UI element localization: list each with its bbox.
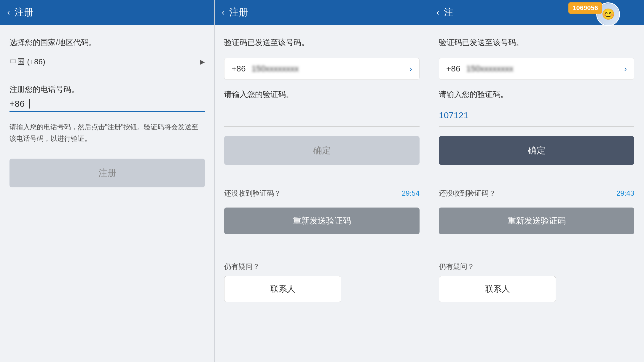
header-title-2: 注册	[229, 6, 248, 19]
panel-1: ‹ 注册 选择您的国家/地区代码。 中国 (+86) ▶ 注册您的电话号码。 +…	[0, 0, 215, 362]
contact-button-2[interactable]: 联系人	[224, 276, 341, 302]
phone-display-row-3[interactable]: +86 150xxxxxxxx ›	[439, 58, 634, 80]
verify-label-2: 请输入您的验证码。	[224, 89, 420, 100]
back-arrow-2[interactable]: ‹	[222, 8, 224, 17]
divider-3	[439, 252, 634, 252]
confirm-button-3[interactable]: 确定	[439, 136, 634, 165]
content-1: 选择您的国家/地区代码。 中国 (+86) ▶ 注册您的电话号码。 +86 请输…	[0, 25, 214, 362]
verify-input-2[interactable]	[224, 104, 420, 127]
divider-2	[224, 252, 420, 252]
display-number-3: 150xxxxxxxx	[466, 64, 624, 74]
header-title-1: 注册	[15, 6, 34, 19]
sent-text-prefix: 验证码已发送至该号码。	[439, 38, 524, 47]
register-button[interactable]: 注册	[9, 159, 205, 187]
phone-section: 注册您的电话号码。 +86	[9, 84, 205, 112]
confirm-button-2[interactable]: 确定	[224, 136, 420, 165]
timer-3: 29:43	[616, 189, 634, 197]
header-2: ‹ 注册	[215, 0, 429, 25]
display-code-3: +86	[446, 64, 460, 74]
sent-text-3: 验证码已发送至该号码。	[439, 37, 634, 48]
panel-2: ‹ 注册 验证码已发送至该号码。 +86 150xxxxxxxx › 请输入您的…	[215, 0, 429, 362]
back-arrow-1[interactable]: ‹	[7, 8, 10, 17]
resend-button-2[interactable]: 重新发送验证码	[224, 208, 420, 234]
timer-2: 29:54	[402, 189, 420, 197]
content-3: 验证码已发送至该号码。 +86 150xxxxxxxx › 请输入您的验证码。 …	[429, 25, 644, 362]
content-2: 验证码已发送至该号码。 +86 150xxxxxxxx › 请输入您的验证码。 …	[215, 25, 429, 362]
resend-question-3: 还没收到验证码？	[439, 189, 496, 198]
resend-row-3: 还没收到验证码？ 29:43	[439, 189, 634, 198]
header-title-3: 注	[444, 6, 453, 19]
panel-3: 1069056 😊 ‹ 注 验证码已发送至该号码。 +86 150xxxxxxx…	[429, 0, 644, 362]
display-code-2: +86	[232, 64, 246, 74]
country-label: 选择您的国家/地区代码。	[9, 37, 205, 48]
sent-text-2: 验证码已发送至该号码。	[224, 37, 420, 48]
verify-label-3: 请输入您的验证码。	[439, 89, 634, 100]
phone-display-row-2[interactable]: +86 150xxxxxxxx ›	[224, 58, 420, 80]
verify-input-3[interactable]	[439, 104, 634, 127]
contact-button-3[interactable]: 联系人	[439, 276, 556, 302]
resend-question-2: 还没收到验证码？	[224, 189, 281, 198]
country-row[interactable]: 中国 (+86) ▶	[9, 52, 205, 72]
contact-label-3: 仍有疑问？	[439, 262, 634, 271]
avatar-emoji: 😊	[602, 8, 615, 20]
cursor	[29, 99, 30, 109]
display-arrow-3: ›	[624, 64, 627, 74]
display-number-2: 150xxxxxxxx	[252, 64, 410, 74]
hint-text: 请输入您的电话号码，然后点击"注册"按钮。验证码将会发送至该电话号码，以进行验证…	[9, 121, 205, 144]
back-arrow-3[interactable]: ‹	[436, 8, 439, 17]
country-name: 中国 (+86)	[9, 57, 45, 67]
display-arrow-2: ›	[409, 64, 412, 74]
phone-row: +86	[9, 99, 205, 112]
resend-row-2: 还没收到验证码？ 29:54	[224, 189, 420, 198]
notification-badge: 1069056	[568, 2, 602, 14]
resend-button-3[interactable]: 重新发送验证码	[439, 208, 634, 234]
country-section: 选择您的国家/地区代码。 中国 (+86) ▶	[9, 37, 205, 72]
contact-label-2: 仍有疑问？	[224, 262, 420, 271]
arrow-right-icon: ▶	[200, 58, 205, 66]
phone-label: 注册您的电话号码。	[9, 84, 205, 95]
country-code-1: +86	[9, 99, 25, 109]
header-1: ‹ 注册	[0, 0, 214, 25]
